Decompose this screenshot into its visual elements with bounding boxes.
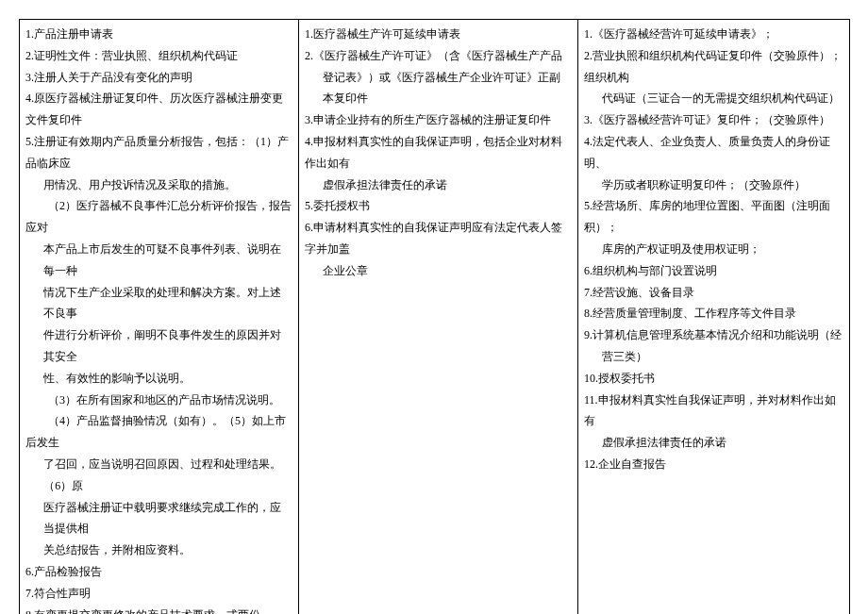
text-line: 12.企业自查报告	[584, 457, 666, 471]
text-line: （3）在所有国家和地区的产品市场情况说明。	[25, 390, 292, 411]
text-line: 6.组织机构与部门设置说明	[584, 264, 717, 277]
text-line: 虚假承担法律责任的承诺	[584, 432, 843, 454]
cell-registration-renewal: 1.产品注册申请表 2.证明性文件：营业执照、组织机构代码证 3.注册人关于产品…	[20, 20, 299, 615]
cell-production-license-renewal: 1.医疗器械生产许可延续申请表 2.《医疗器械生产许可证》（含《医疗器械生产产品…	[299, 20, 578, 615]
text-line: 性、有效性的影响予以说明。	[25, 368, 292, 390]
text-line: 4.申报材料真实性的自我保证声明，包括企业对材料作出如有	[305, 135, 562, 170]
text-line: 8.有变更提交变更修改的产品技术要求一式两份	[25, 608, 260, 614]
text-line: 登记表》）或《医疗器械生产企业许可证》正副本复印件	[305, 67, 572, 110]
text-line: 4.原医疗器械注册证复印件、历次医疗器械注册变更文件复印件	[25, 91, 283, 126]
text-line: 5.注册证有效期内产品质量分析报告，包括：（1）产品临床应	[25, 135, 289, 170]
text-line: 关总结报告，并附相应资料。	[25, 539, 292, 561]
text-line: 10.授权委托书	[584, 372, 655, 385]
text-line: （4）产品监督抽验情况（如有）。（5）如上市后发生	[25, 410, 292, 454]
text-line: 用情况、用户投诉情况及采取的措施。	[25, 174, 292, 196]
text-line: 1.产品注册申请表	[25, 27, 113, 41]
text-line: 医疗器械注册证中载明要求继续完成工作的，应当提供相	[25, 497, 292, 540]
text-line: 件进行分析评价，阐明不良事件发生的原因并对其安全	[25, 324, 292, 368]
text-line: 6.申请材料真实性的自我保证声明应有法定代表人签字并加盖	[305, 221, 562, 256]
text-line: 3.申请企业持有的所生产医疗器械的注册证复印件	[305, 113, 551, 126]
text-line: 2.证明性文件：营业执照、组织机构代码证	[25, 49, 238, 62]
text-line: 本产品上市后发生的可疑不良事件列表、说明在每一种	[25, 239, 292, 282]
text-line: 8.经营质量管理制度、工作程序等文件目录	[584, 307, 796, 320]
text-line: 9.计算机信息管理系统基本情况介绍和功能说明（经	[584, 328, 842, 341]
text-line: （2）医疗器械不良事件汇总分析评价报告，报告应对	[25, 195, 292, 239]
text-line: 1.《医疗器械经营许可延续申请表》；	[584, 27, 774, 41]
text-line: 营三类）	[584, 346, 843, 368]
text-line: 7.经营设施、设备目录	[584, 286, 694, 299]
text-line: 企业公章	[305, 260, 572, 282]
text-line: 5.经营场所、库房的地理位置图、平面图（注明面积）；	[584, 199, 830, 234]
document-table: 1.产品注册申请表 2.证明性文件：营业执照、组织机构代码证 3.注册人关于产品…	[19, 19, 850, 614]
text-line: 2.营业执照和组织机构代码证复印件（交验原件）；组织机构	[584, 49, 842, 84]
table-row: 1.产品注册申请表 2.证明性文件：营业执照、组织机构代码证 3.注册人关于产品…	[20, 20, 850, 615]
text-line: 情况下生产企业采取的处理和解决方案。对上述不良事	[25, 282, 292, 325]
text-line: 虚假承担法律责任的承诺	[305, 174, 572, 196]
text-line: 2.《医疗器械生产许可证》（含《医疗器械生产产品	[305, 49, 562, 62]
text-line: 库房的产权证明及使用权证明；	[584, 239, 843, 260]
cell-operation-license-renewal: 1.《医疗器械经营许可延续申请表》； 2.营业执照和组织机构代码证复印件（交验原…	[578, 20, 850, 615]
text-line: 4.法定代表人、企业负责人、质量负责人的身份证明、	[584, 135, 830, 170]
text-line: 6.产品检验报告	[25, 565, 102, 578]
text-line: 5.委托授权书	[305, 199, 370, 212]
text-line: 了召回，应当说明召回原因、过程和处理结果。（6）原	[25, 454, 292, 497]
text-line: 1.医疗器械生产许可延续申请表	[305, 27, 460, 41]
text-line: 7.符合性声明	[25, 587, 91, 600]
text-line: 3.《医疗器械经营许可证》复印件；（交验原件）	[584, 113, 830, 126]
text-line: 3.注册人关于产品没有变化的声明	[25, 71, 192, 84]
text-line: 代码证（三证合一的无需提交组织机构代码证）	[584, 88, 843, 109]
text-line: 学历或者职称证明复印件；（交验原件）	[584, 174, 843, 196]
text-line: 11.申报材料真实性自我保证声明，并对材料作出如有	[584, 393, 836, 428]
